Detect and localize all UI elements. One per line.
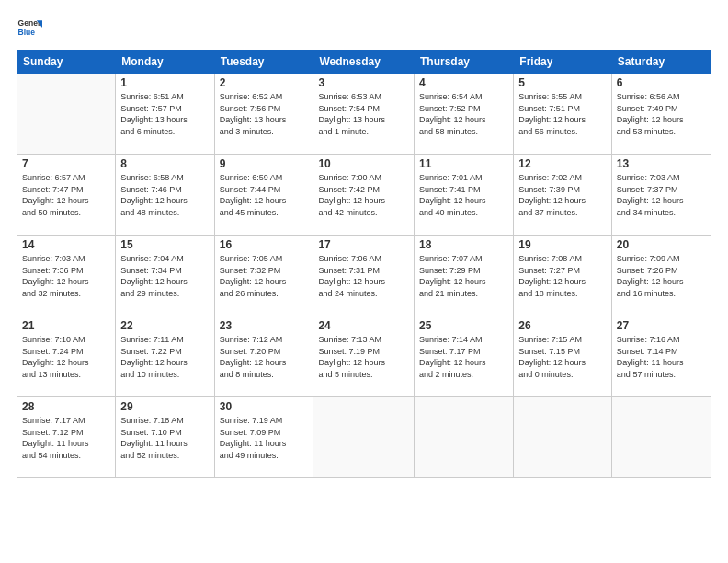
calendar-cell: 2Sunrise: 6:52 AMSunset: 7:56 PMDaylight… (214, 74, 313, 155)
day-info: Sunrise: 7:02 AMSunset: 7:39 PMDaylight:… (518, 172, 607, 218)
calendar-cell: 23Sunrise: 7:12 AMSunset: 7:20 PMDayligh… (214, 316, 313, 397)
col-friday: Friday (514, 51, 612, 74)
calendar-cell: 7Sunrise: 6:57 AMSunset: 7:47 PMDaylight… (17, 155, 116, 236)
col-saturday: Saturday (611, 51, 711, 74)
page-header: General Blue (17, 15, 711, 40)
calendar-cell: 15Sunrise: 7:04 AMSunset: 7:34 PMDayligh… (116, 236, 214, 316)
calendar-cell: 11Sunrise: 7:01 AMSunset: 7:41 PMDayligh… (415, 155, 514, 236)
day-number: 27 (617, 319, 706, 332)
day-number: 22 (120, 319, 209, 332)
calendar-cell: 28Sunrise: 7:17 AMSunset: 7:12 PMDayligh… (17, 397, 116, 478)
day-info: Sunrise: 7:08 AMSunset: 7:27 PMDaylight:… (518, 253, 607, 299)
day-info: Sunrise: 6:55 AMSunset: 7:51 PMDaylight:… (518, 91, 607, 137)
day-number: 29 (120, 400, 209, 413)
calendar-cell: 9Sunrise: 6:59 AMSunset: 7:44 PMDaylight… (214, 155, 313, 236)
day-info: Sunrise: 7:14 AMSunset: 7:17 PMDaylight:… (419, 334, 508, 380)
day-number: 1 (120, 76, 209, 89)
calendar-cell: 22Sunrise: 7:11 AMSunset: 7:22 PMDayligh… (116, 316, 214, 397)
logo-icon: General Blue (17, 15, 42, 40)
calendar-cell: 29Sunrise: 7:18 AMSunset: 7:10 PMDayligh… (116, 397, 214, 478)
calendar-cell: 19Sunrise: 7:08 AMSunset: 7:27 PMDayligh… (514, 236, 612, 316)
day-info: Sunrise: 7:17 AMSunset: 7:12 PMDaylight:… (22, 415, 110, 461)
day-number: 2 (220, 76, 309, 89)
day-number: 28 (22, 400, 110, 413)
day-number: 23 (220, 319, 309, 332)
day-info: Sunrise: 6:54 AMSunset: 7:52 PMDaylight:… (419, 91, 508, 137)
day-number: 3 (318, 76, 409, 89)
day-info: Sunrise: 6:51 AMSunset: 7:57 PMDaylight:… (120, 91, 209, 137)
col-tuesday: Tuesday (214, 51, 313, 74)
day-number: 14 (22, 238, 110, 251)
calendar-cell: 1Sunrise: 6:51 AMSunset: 7:57 PMDaylight… (116, 74, 214, 155)
day-info: Sunrise: 7:13 AMSunset: 7:19 PMDaylight:… (318, 334, 409, 380)
calendar-cell: 27Sunrise: 7:16 AMSunset: 7:14 PMDayligh… (611, 316, 711, 397)
day-number: 17 (318, 238, 409, 251)
calendar-cell: 13Sunrise: 7:03 AMSunset: 7:37 PMDayligh… (611, 155, 711, 236)
day-number: 7 (22, 157, 110, 170)
calendar-cell: 6Sunrise: 6:56 AMSunset: 7:49 PMDaylight… (611, 74, 711, 155)
day-info: Sunrise: 7:18 AMSunset: 7:10 PMDaylight:… (120, 415, 209, 461)
day-number: 25 (419, 319, 508, 332)
day-info: Sunrise: 7:19 AMSunset: 7:09 PMDaylight:… (220, 415, 309, 461)
day-number: 19 (518, 238, 607, 251)
calendar-week-row: 21Sunrise: 7:10 AMSunset: 7:24 PMDayligh… (17, 316, 711, 397)
day-info: Sunrise: 7:07 AMSunset: 7:29 PMDaylight:… (419, 253, 508, 299)
calendar-week-row: 28Sunrise: 7:17 AMSunset: 7:12 PMDayligh… (17, 397, 711, 478)
day-number: 10 (318, 157, 409, 170)
calendar-cell (514, 397, 612, 478)
calendar-week-row: 14Sunrise: 7:03 AMSunset: 7:36 PMDayligh… (17, 236, 711, 316)
day-info: Sunrise: 7:15 AMSunset: 7:15 PMDaylight:… (518, 334, 607, 380)
calendar-cell: 16Sunrise: 7:05 AMSunset: 7:32 PMDayligh… (214, 236, 313, 316)
day-number: 20 (617, 238, 706, 251)
day-info: Sunrise: 7:01 AMSunset: 7:41 PMDaylight:… (419, 172, 508, 218)
day-info: Sunrise: 7:12 AMSunset: 7:20 PMDaylight:… (220, 334, 309, 380)
day-info: Sunrise: 7:04 AMSunset: 7:34 PMDaylight:… (120, 253, 209, 299)
day-number: 16 (220, 238, 309, 251)
calendar-cell: 24Sunrise: 7:13 AMSunset: 7:19 PMDayligh… (313, 316, 415, 397)
calendar-header-row: Sunday Monday Tuesday Wednesday Thursday… (17, 51, 711, 74)
calendar-cell: 17Sunrise: 7:06 AMSunset: 7:31 PMDayligh… (313, 236, 415, 316)
day-info: Sunrise: 7:06 AMSunset: 7:31 PMDaylight:… (318, 253, 409, 299)
calendar-cell (17, 74, 116, 155)
day-info: Sunrise: 7:03 AMSunset: 7:37 PMDaylight:… (617, 172, 706, 218)
calendar-week-row: 1Sunrise: 6:51 AMSunset: 7:57 PMDaylight… (17, 74, 711, 155)
day-number: 13 (617, 157, 706, 170)
logo: General Blue (17, 15, 42, 40)
calendar-cell: 8Sunrise: 6:58 AMSunset: 7:46 PMDaylight… (116, 155, 214, 236)
day-number: 21 (22, 319, 110, 332)
day-number: 24 (318, 319, 409, 332)
calendar-cell (415, 397, 514, 478)
day-info: Sunrise: 7:00 AMSunset: 7:42 PMDaylight:… (318, 172, 409, 218)
col-thursday: Thursday (415, 51, 514, 74)
day-info: Sunrise: 7:05 AMSunset: 7:32 PMDaylight:… (220, 253, 309, 299)
day-info: Sunrise: 6:52 AMSunset: 7:56 PMDaylight:… (220, 91, 309, 137)
svg-text:General: General (18, 18, 42, 28)
calendar-cell: 5Sunrise: 6:55 AMSunset: 7:51 PMDaylight… (514, 74, 612, 155)
day-info: Sunrise: 6:59 AMSunset: 7:44 PMDaylight:… (220, 172, 309, 218)
day-number: 9 (220, 157, 309, 170)
calendar-cell: 26Sunrise: 7:15 AMSunset: 7:15 PMDayligh… (514, 316, 612, 397)
day-info: Sunrise: 7:10 AMSunset: 7:24 PMDaylight:… (22, 334, 110, 380)
calendar-cell: 12Sunrise: 7:02 AMSunset: 7:39 PMDayligh… (514, 155, 612, 236)
calendar-cell (611, 397, 711, 478)
day-number: 15 (120, 238, 209, 251)
svg-text:Blue: Blue (18, 28, 36, 37)
day-info: Sunrise: 7:11 AMSunset: 7:22 PMDaylight:… (120, 334, 209, 380)
calendar-cell (313, 397, 415, 478)
day-number: 12 (518, 157, 607, 170)
day-number: 5 (518, 76, 607, 89)
calendar-cell: 20Sunrise: 7:09 AMSunset: 7:26 PMDayligh… (611, 236, 711, 316)
day-number: 11 (419, 157, 508, 170)
calendar-table: Sunday Monday Tuesday Wednesday Thursday… (17, 50, 711, 478)
day-info: Sunrise: 7:16 AMSunset: 7:14 PMDaylight:… (617, 334, 706, 380)
calendar-cell: 25Sunrise: 7:14 AMSunset: 7:17 PMDayligh… (415, 316, 514, 397)
day-info: Sunrise: 6:53 AMSunset: 7:54 PMDaylight:… (318, 91, 409, 137)
day-number: 18 (419, 238, 508, 251)
calendar-cell: 21Sunrise: 7:10 AMSunset: 7:24 PMDayligh… (17, 316, 116, 397)
day-info: Sunrise: 6:56 AMSunset: 7:49 PMDaylight:… (617, 91, 706, 137)
day-number: 8 (120, 157, 209, 170)
day-number: 26 (518, 319, 607, 332)
calendar-cell: 18Sunrise: 7:07 AMSunset: 7:29 PMDayligh… (415, 236, 514, 316)
day-info: Sunrise: 6:57 AMSunset: 7:47 PMDaylight:… (22, 172, 110, 218)
calendar-cell: 3Sunrise: 6:53 AMSunset: 7:54 PMDaylight… (313, 74, 415, 155)
